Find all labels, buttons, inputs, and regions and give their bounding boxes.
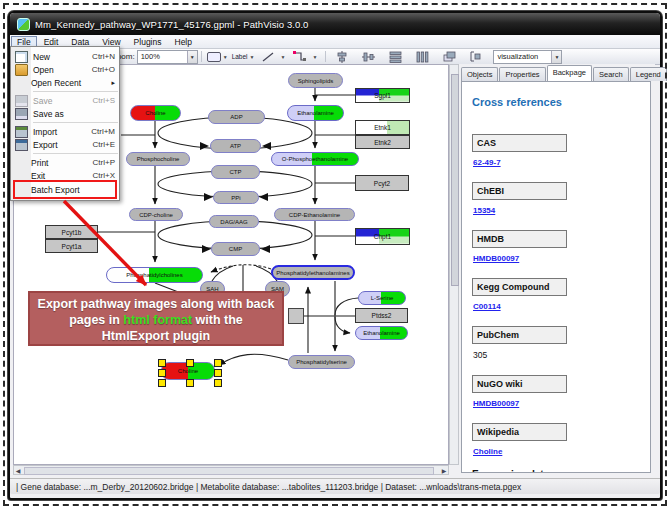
scroll-right-arrow-icon[interactable]: ▶ bbox=[440, 467, 448, 474]
node-o-phosphoethanolamine[interactable]: O-Phosphoethanolamine bbox=[271, 152, 359, 166]
distribute-horizontal-button[interactable] bbox=[410, 50, 435, 63]
chevron-down-icon[interactable]: ▼ bbox=[551, 51, 561, 63]
crossref-link-hmdb[interactable]: HMDB00097 bbox=[473, 254, 519, 263]
node-etnk1[interactable]: Etnk1 bbox=[355, 120, 410, 135]
menu-item-save-as[interactable]: Save as bbox=[11, 107, 119, 120]
node-reaction-anchor[interactable] bbox=[288, 308, 304, 324]
tab-legend[interactable]: Legend bbox=[630, 67, 667, 81]
tab-backpage[interactable]: Backpage bbox=[547, 65, 592, 81]
canvas-vertical-scrollbar[interactable] bbox=[449, 64, 459, 465]
selection-handle[interactable] bbox=[186, 359, 194, 367]
crossref-link-kegg-compound[interactable]: C00114 bbox=[473, 302, 501, 311]
node-ethanolamine-top[interactable]: Ethanolamine bbox=[287, 105, 344, 121]
node-label: Choline bbox=[178, 368, 198, 374]
node-atp[interactable]: ATP bbox=[210, 139, 261, 153]
node-ethanolamine-lower[interactable]: Ethanolamine bbox=[355, 326, 408, 340]
menu-shortcut: Ctrl+S bbox=[93, 96, 115, 105]
node-phosphatidylcholines[interactable]: Phosphatidylcholines bbox=[106, 267, 203, 283]
node-phosphocholine[interactable]: Phosphocholine bbox=[126, 152, 190, 166]
node-dag-aag[interactable]: DAG/AAG bbox=[209, 215, 259, 228]
connector-tool-button[interactable]: ▼ bbox=[289, 51, 317, 62]
menu-item-print[interactable]: PrintCtrl+P bbox=[11, 156, 119, 169]
node-choline-selected[interactable]: Choline bbox=[161, 362, 215, 380]
menu-item-open-recent[interactable]: Open Recent▸ bbox=[11, 76, 119, 89]
node-label: PPi bbox=[231, 195, 240, 201]
node-label: Pcyt1a bbox=[62, 243, 82, 250]
label-tool-button[interactable]: Label ▼ bbox=[232, 53, 255, 60]
annotation-line2-post: with the bbox=[192, 313, 243, 327]
menu-item-save[interactable]: SaveCtrl+S bbox=[11, 94, 119, 107]
save-icon bbox=[15, 95, 28, 107]
scroll-left-arrow-icon[interactable]: ◀ bbox=[14, 467, 22, 474]
backpage-panel: Cross references CAS62-49-7ChEBI15354HMD… bbox=[461, 81, 651, 473]
node-l-serine[interactable]: L-Serine bbox=[358, 291, 406, 305]
node-etnk2[interactable]: Etnk2 bbox=[355, 135, 410, 149]
menu-item-exit[interactable]: ExitCtrl+X bbox=[11, 169, 119, 182]
title-bar[interactable]: Mm_Kennedy_pathway_WP1771_45176.gpml - P… bbox=[10, 13, 660, 35]
node-label: Phosphocholine bbox=[137, 156, 180, 162]
node-choline-top[interactable]: Choline bbox=[130, 105, 181, 121]
scrollbar-thumb[interactable] bbox=[24, 467, 434, 475]
crossref-link-cas[interactable]: 62-49-7 bbox=[473, 158, 501, 167]
node-label: L-Serine bbox=[371, 295, 394, 301]
tab-search[interactable]: Search bbox=[593, 67, 629, 81]
chevron-down-icon[interactable]: ▼ bbox=[187, 51, 197, 63]
align-center-x-button[interactable] bbox=[330, 50, 354, 63]
node-ppi[interactable]: PPi bbox=[213, 191, 259, 204]
node-pcyt1b[interactable]: Pcyt1b bbox=[45, 225, 98, 239]
selection-handle[interactable] bbox=[214, 359, 222, 367]
selection-handle[interactable] bbox=[186, 379, 194, 387]
menu-plugins[interactable]: Plugins bbox=[128, 36, 168, 48]
node-sgpl1[interactable]: Sgpl1 bbox=[355, 88, 410, 103]
menu-item-export[interactable]: ExportCtrl+E bbox=[11, 138, 119, 151]
send-to-back-button[interactable] bbox=[464, 50, 488, 63]
menu-item-label: Batch Export bbox=[31, 185, 115, 195]
node-ptdss2[interactable]: Ptdss2 bbox=[355, 308, 408, 323]
open-folder-icon bbox=[15, 64, 28, 76]
node-sphingolipids[interactable]: Sphingolipids bbox=[288, 73, 343, 88]
crossref-value-nugo-wiki: HMDB00097 bbox=[473, 399, 650, 408]
canvas-horizontal-scrollbar[interactable]: ◀ ▶ bbox=[13, 465, 449, 475]
crossref-link-nugo-wiki[interactable]: HMDB00097 bbox=[473, 399, 519, 408]
crossref-link-chebi[interactable]: 15354 bbox=[473, 206, 495, 215]
send-to-back-icon bbox=[470, 51, 482, 62]
node-ctp[interactable]: CTP bbox=[211, 165, 260, 179]
node-chpt1[interactable]: Chpt1 bbox=[355, 228, 410, 245]
selection-handle[interactable] bbox=[158, 369, 166, 377]
align-center-y-button[interactable] bbox=[356, 50, 381, 63]
node-pcyt1a[interactable]: Pcyt1a bbox=[45, 239, 98, 253]
menu-item-batch-export[interactable]: Batch Export bbox=[11, 182, 119, 197]
selection-handle[interactable] bbox=[214, 369, 222, 377]
submenu-arrow-icon: ▸ bbox=[111, 79, 115, 87]
menu-item-import[interactable]: ImportCtrl+M bbox=[11, 125, 119, 138]
tab-properties[interactable]: Properties bbox=[499, 67, 545, 81]
selection-handle[interactable] bbox=[158, 379, 166, 387]
node-cdp-choline[interactable]: CDP-choline bbox=[129, 208, 183, 221]
crossref-link-wikipedia[interactable]: Choline bbox=[473, 447, 502, 456]
side-panel-tabs: ObjectsPropertiesBackpageSearchLegend bbox=[461, 65, 668, 81]
menu-item-label: Open bbox=[33, 65, 88, 75]
node-pcyt2[interactable]: Pcyt2 bbox=[355, 175, 409, 191]
menu-item-new[interactable]: NewCtrl+N bbox=[11, 50, 119, 63]
distribute-vertical-button[interactable] bbox=[383, 50, 408, 63]
chevron-down-icon: ▼ bbox=[250, 54, 255, 60]
window-title: Mm_Kennedy_pathway_WP1771_45176.gpml - P… bbox=[35, 19, 309, 30]
line-tool-button[interactable]: ▼ bbox=[258, 52, 285, 62]
node-phosphatidylserine[interactable]: Phosphatidylserine bbox=[288, 355, 355, 369]
selection-handle[interactable] bbox=[158, 359, 166, 367]
tab-objects[interactable]: Objects bbox=[461, 67, 498, 81]
node-adp[interactable]: ADP bbox=[208, 110, 265, 124]
menu-item-label: Print bbox=[31, 158, 89, 168]
node-cdp-ethanolamine[interactable]: CDP-Ethanolamine bbox=[274, 208, 355, 221]
selection-handle[interactable] bbox=[214, 379, 222, 387]
node-cmp[interactable]: CMP bbox=[211, 242, 260, 256]
menu-item-open[interactable]: OpenCtrl+O bbox=[11, 63, 119, 76]
scrollbar-thumb[interactable] bbox=[451, 74, 459, 286]
bring-to-front-button[interactable] bbox=[437, 50, 462, 63]
visualization-combobox[interactable]: visualization ▼ bbox=[493, 50, 562, 64]
menu-help[interactable]: Help bbox=[169, 36, 198, 48]
node-label: Sgpl1 bbox=[374, 92, 391, 99]
zoom-combobox[interactable]: 100% ▼ bbox=[137, 50, 198, 64]
datanode-tool-button[interactable]: ▼ bbox=[207, 52, 228, 62]
node-phosphatidylethanolamines[interactable]: Phosphatidylethanolamines bbox=[271, 265, 355, 280]
